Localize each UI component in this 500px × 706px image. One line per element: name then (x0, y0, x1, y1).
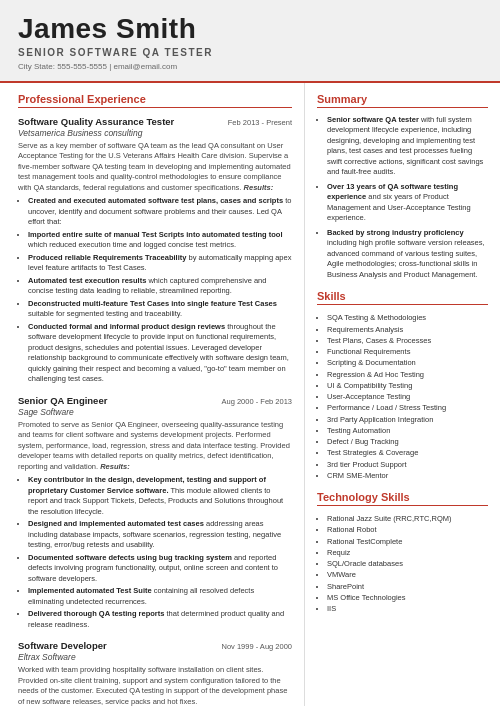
right-column: Summary Senior software QA tester with f… (305, 83, 500, 706)
tech-skill-item: SharePoint (327, 581, 488, 592)
job-header: Software DeveloperNov 1999 - Aug 2000 (18, 640, 292, 651)
job-company: Vetsamerica Business consulting (18, 128, 292, 138)
job-block: Senior QA EngineerAug 2000 - Feb 2013Sag… (18, 395, 292, 631)
left-column: Professional Experience Software Quality… (0, 83, 305, 706)
tech-skill-item: MS Office Technologies (327, 592, 488, 603)
skill-item: 3rd Party Application Integration (327, 414, 488, 425)
bullet-item: Documented software defects using bug tr… (28, 553, 292, 585)
skills-section: Skills SQA Testing & MethodologiesRequir… (317, 290, 488, 481)
bullet-item: Key contributor in the design, developme… (28, 475, 292, 517)
job-block: Software Quality Assurance TesterFeb 201… (18, 116, 292, 385)
job-company: Sage Software (18, 407, 292, 417)
bullet-item: Imported entire suite of manual Test Scr… (28, 230, 292, 251)
bullet-item: Automated test execution results which c… (28, 276, 292, 297)
bullet-item: Produced reliable Requirements Traceabil… (28, 253, 292, 274)
job-dates: Aug 2000 - Feb 2013 (222, 397, 292, 406)
job-block: Software DeveloperNov 1999 - Aug 2000Elt… (18, 640, 292, 706)
tech-skill-item: IIS (327, 603, 488, 614)
skill-item: UI & Compatibility Testing (327, 380, 488, 391)
summary-item: Over 13 years of QA software testing exp… (327, 182, 488, 224)
tech-skills-list: Rational Jazz Suite (RRC,RTC,RQM)Rationa… (317, 513, 488, 614)
skill-item: Performance / Load / Stress Testing (327, 402, 488, 413)
skill-item: User-Acceptance Testing (327, 391, 488, 402)
tech-skill-item: VMWare (327, 569, 488, 580)
job-dates: Nov 1999 - Aug 2000 (222, 642, 292, 651)
skills-heading: Skills (317, 290, 488, 305)
summary-item: Senior software QA tester with full syst… (327, 115, 488, 178)
tech-skill-item: SQL/Oracle databases (327, 558, 488, 569)
tech-skill-item: Rational TestComplete (327, 536, 488, 547)
bullet-item: Delivered thorough QA testing reports th… (28, 609, 292, 630)
candidate-name: James Smith (18, 14, 482, 45)
skill-item: Requirements Analysis (327, 324, 488, 335)
job-desc: Worked with team providing hospitality s… (18, 665, 292, 706)
skills-list: SQA Testing & MethodologiesRequirements … (317, 312, 488, 481)
job-desc: Promoted to serve as Senior QA Engineer,… (18, 420, 292, 473)
header: James Smith SENIOR SOFTWARE QA TESTER Ci… (0, 0, 500, 83)
job-title: Software Quality Assurance Tester (18, 116, 174, 127)
job-bullets: Created and executed automated software … (18, 196, 292, 385)
job-bullets: Key contributor in the design, developme… (18, 475, 292, 630)
skill-item: SQA Testing & Methodologies (327, 312, 488, 323)
skill-item: Regression & Ad Hoc Testing (327, 369, 488, 380)
tech-skill-item: Requiz (327, 547, 488, 558)
summary-heading: Summary (317, 93, 488, 108)
skill-item: Testing Automation (327, 425, 488, 436)
skill-item: Test Plans, Cases & Processes (327, 335, 488, 346)
summary-item: Backed by strong industry proficiency in… (327, 228, 488, 281)
tech-skill-item: Rational Robot (327, 524, 488, 535)
skill-item: 3rd tier Product Support (327, 459, 488, 470)
job-company: Eltrax Software (18, 652, 292, 662)
skill-item: Defect / Bug Tracking (327, 436, 488, 447)
prof-exp-heading: Professional Experience (18, 93, 292, 108)
skill-item: Functional Requirements (327, 346, 488, 357)
bullet-item: Designed and implemented automated test … (28, 519, 292, 551)
job-header: Senior QA EngineerAug 2000 - Feb 2013 (18, 395, 292, 406)
contact-info: City State: 555-555-5555 | email@email.c… (18, 62, 482, 71)
bullet-item: Conducted formal and informal product de… (28, 322, 292, 385)
job-header: Software Quality Assurance TesterFeb 201… (18, 116, 292, 127)
tech-skills-heading: Technology Skills (317, 491, 488, 506)
job-dates: Feb 2013 - Present (228, 118, 292, 127)
main-content: Professional Experience Software Quality… (0, 83, 500, 706)
skill-item: Scripting & Documentation (327, 357, 488, 368)
bullet-item: Implemented automated Test Suite contain… (28, 586, 292, 607)
skill-item: CRM SME-Mentor (327, 470, 488, 481)
bullet-item: Created and executed automated software … (28, 196, 292, 228)
summary-list: Senior software QA tester with full syst… (317, 115, 488, 281)
candidate-title: SENIOR SOFTWARE QA TESTER (18, 47, 482, 58)
skill-item: Test Strategies & Coverage (327, 447, 488, 458)
tech-skills-section: Technology Skills Rational Jazz Suite (R… (317, 491, 488, 614)
job-desc: Serve as a key member of software QA tea… (18, 141, 292, 194)
bullet-item: Deconstructed multi-feature Test Cases i… (28, 299, 292, 320)
job-title: Software Developer (18, 640, 107, 651)
jobs-container: Software Quality Assurance TesterFeb 201… (18, 116, 292, 706)
tech-skill-item: Rational Jazz Suite (RRC,RTC,RQM) (327, 513, 488, 524)
job-title: Senior QA Engineer (18, 395, 107, 406)
